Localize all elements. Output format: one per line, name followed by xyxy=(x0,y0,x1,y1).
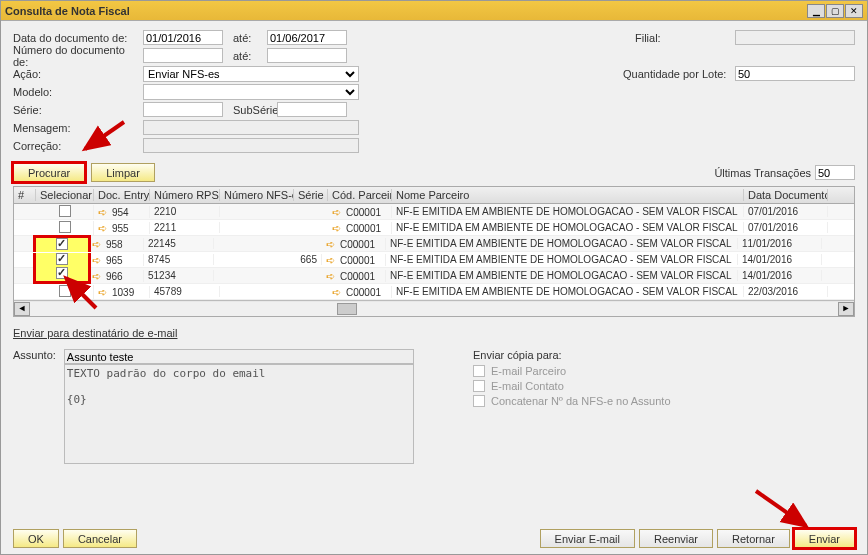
limpar-button[interactable]: Limpar xyxy=(91,163,155,182)
cell-nome-parceiro: NF-E EMITIDA EM AMBIENTE DE HOMOLOGACAO … xyxy=(386,254,738,265)
select-acao[interactable]: Enviar NFS-es xyxy=(143,66,359,82)
cell-data-documento: 14/01/2016 xyxy=(738,270,822,281)
input-subserie[interactable] xyxy=(277,102,347,117)
table-row[interactable]: ➪96651234➪C00001NF-E EMITIDA EM AMBIENTE… xyxy=(14,268,854,284)
scroll-track[interactable] xyxy=(30,302,838,316)
scroll-thumb[interactable] xyxy=(337,303,357,315)
cell-docentry: ➪954 xyxy=(94,206,150,218)
th-serie[interactable]: Série xyxy=(294,189,328,201)
close-button[interactable]: ✕ xyxy=(845,4,863,18)
input-serie[interactable] xyxy=(143,102,223,117)
label-subserie: SubSérie: xyxy=(223,104,277,116)
th-cod-parceiro[interactable]: Cód. Parceiro xyxy=(328,189,392,201)
checkbox-icon xyxy=(56,238,68,250)
horizontal-scrollbar[interactable]: ◄ ► xyxy=(14,300,854,316)
input-mensagem xyxy=(143,120,359,135)
checkbox-email-contato[interactable]: E-mail Contato xyxy=(473,380,671,392)
table-row[interactable]: ➪103945789➪C00001NF-E EMITIDA EM AMBIENT… xyxy=(14,284,854,300)
checkbox-concat-nfse[interactable]: Concatenar Nº da NFS-e no Assunto xyxy=(473,395,671,407)
link-arrow-icon[interactable]: ➪ xyxy=(92,238,104,248)
link-arrow-icon[interactable]: ➪ xyxy=(92,254,104,264)
procurar-button[interactable]: Procurar xyxy=(13,163,85,182)
cell-numero-rps: 8745 xyxy=(144,254,214,265)
table-row[interactable]: ➪9658745665➪C00001NF-E EMITIDA EM AMBIEN… xyxy=(14,252,854,268)
cell-selecionar[interactable] xyxy=(36,285,94,299)
link-arrow-icon[interactable]: ➪ xyxy=(98,206,110,216)
checkbox-icon xyxy=(56,267,68,279)
input-correcao xyxy=(143,138,359,153)
input-assunto[interactable] xyxy=(64,349,414,364)
th-selecionar[interactable]: Selecionar xyxy=(36,189,94,201)
label-qtd-lote: Quantidade por Lote: xyxy=(623,68,735,80)
filter-form: Data do documento de: até: Filial: Númer… xyxy=(1,21,867,159)
reenviar-button[interactable]: Reenviar xyxy=(639,529,713,548)
minimize-button[interactable]: ▁ xyxy=(807,4,825,18)
enviar-email-button[interactable]: Enviar E-mail xyxy=(540,529,635,548)
cell-cod-parceiro: ➪C00001 xyxy=(328,222,392,234)
window-title: Consulta de Nota Fiscal xyxy=(5,5,807,17)
link-arrow-icon[interactable]: ➪ xyxy=(326,254,338,264)
input-filial[interactable] xyxy=(735,30,855,45)
enviar-button[interactable]: Enviar xyxy=(794,529,855,548)
table-row[interactable]: ➪9552211➪C00001NF-E EMITIDA EM AMBIENTE … xyxy=(14,220,854,236)
checkbox-email-parceiro[interactable]: E-mail Parceiro xyxy=(473,365,671,377)
input-num-ate[interactable] xyxy=(267,48,347,63)
checkbox-icon xyxy=(59,205,71,217)
cell-numero-rps: 51234 xyxy=(144,270,214,281)
link-arrow-icon[interactable]: ➪ xyxy=(98,286,110,296)
label-ate2: até: xyxy=(223,50,267,62)
link-arrow-icon[interactable]: ➪ xyxy=(98,222,110,232)
link-arrow-icon[interactable]: ➪ xyxy=(332,286,344,296)
label-enviar-copia: Enviar cópia para: xyxy=(473,349,671,361)
email-section: Enviar para destinatário de e-mail Assun… xyxy=(13,327,855,466)
scroll-left-button[interactable]: ◄ xyxy=(14,302,30,316)
cell-data-documento: 22/03/2016 xyxy=(744,286,828,297)
table-header: # Selecionar Doc. Entry Número RPS Númer… xyxy=(14,187,854,204)
cell-nome-parceiro: NF-E EMITIDA EM AMBIENTE DE HOMOLOGACAO … xyxy=(386,270,738,281)
cell-serie: 665 xyxy=(288,254,322,265)
checkbox-icon xyxy=(473,365,485,377)
input-num-de[interactable] xyxy=(143,48,223,63)
label-serie: Série: xyxy=(13,104,143,116)
cell-numero-rps: 2211 xyxy=(150,222,220,233)
checkbox-icon xyxy=(59,221,71,233)
cell-selecionar[interactable] xyxy=(33,253,91,267)
cell-nome-parceiro: NF-E EMITIDA EM AMBIENTE DE HOMOLOGACAO … xyxy=(386,238,738,249)
cell-selecionar[interactable] xyxy=(36,205,94,219)
label-data-doc: Data do documento de: xyxy=(13,32,143,44)
textarea-body[interactable]: TEXTO padrão do corpo do email {0} xyxy=(64,364,414,464)
cell-numero-rps: 45789 xyxy=(150,286,220,297)
email-link[interactable]: Enviar para destinatário de e-mail xyxy=(13,327,177,339)
footer-bar: OK Cancelar Enviar E-mail Reenviar Retor… xyxy=(13,529,855,548)
ok-button[interactable]: OK xyxy=(13,529,59,548)
th-numero-rps[interactable]: Número RPS xyxy=(150,189,220,201)
cancelar-button[interactable]: Cancelar xyxy=(63,529,137,548)
link-arrow-icon[interactable]: ➪ xyxy=(332,222,344,232)
input-qtd-lote[interactable] xyxy=(735,66,855,81)
th-data-documento[interactable]: Data Documento xyxy=(744,189,828,201)
label-mensagem: Mensagem: xyxy=(13,122,143,134)
scroll-right-button[interactable]: ► xyxy=(838,302,854,316)
cell-cod-parceiro: ➪C00001 xyxy=(328,206,392,218)
titlebar: Consulta de Nota Fiscal ▁ ▢ ✕ xyxy=(1,1,867,21)
th-rownum[interactable]: # xyxy=(14,189,36,201)
cell-selecionar[interactable] xyxy=(36,221,94,235)
label-assunto: Assunto: xyxy=(13,349,56,361)
th-numero-nfse[interactable]: Número NFS-e xyxy=(220,189,294,201)
maximize-button[interactable]: ▢ xyxy=(826,4,844,18)
table-row[interactable]: ➪95822145➪C00001NF-E EMITIDA EM AMBIENTE… xyxy=(14,236,854,252)
link-arrow-icon[interactable]: ➪ xyxy=(92,270,104,280)
table-row[interactable]: ➪9542210➪C00001NF-E EMITIDA EM AMBIENTE … xyxy=(14,204,854,220)
link-arrow-icon[interactable]: ➪ xyxy=(326,238,338,248)
link-arrow-icon[interactable]: ➪ xyxy=(332,206,344,216)
input-ultimas[interactable] xyxy=(815,165,855,180)
th-docentry[interactable]: Doc. Entry xyxy=(94,189,150,201)
checkbox-icon xyxy=(473,380,485,392)
th-nome-parceiro[interactable]: Nome Parceiro xyxy=(392,189,744,201)
cell-selecionar[interactable] xyxy=(33,235,91,252)
retornar-button[interactable]: Retornar xyxy=(717,529,790,548)
cell-selecionar[interactable] xyxy=(33,267,91,284)
cell-cod-parceiro: ➪C00001 xyxy=(328,286,392,298)
select-modelo[interactable] xyxy=(143,84,359,100)
link-arrow-icon[interactable]: ➪ xyxy=(326,270,338,280)
